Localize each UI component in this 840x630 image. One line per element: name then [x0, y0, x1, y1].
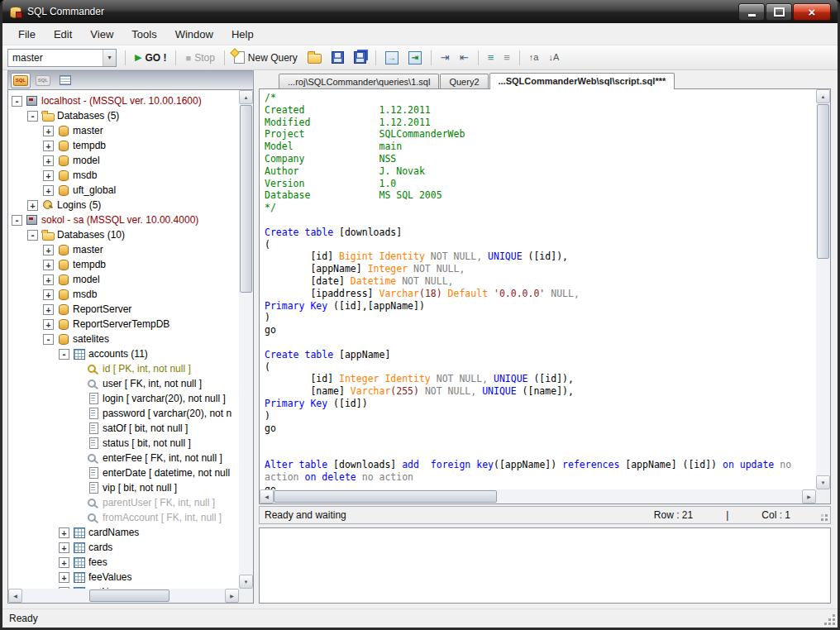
tree-item[interactable]: password [ varchar(20), not n [8, 406, 239, 421]
close-button[interactable]: × [793, 3, 831, 21]
tree-item[interactable]: -Databases (5) [8, 108, 239, 123]
collapse-icon[interactable]: - [27, 230, 38, 241]
menu-item-view[interactable]: View [81, 26, 122, 43]
expand-icon[interactable]: + [43, 185, 54, 196]
tree-item[interactable]: +tempdb [8, 138, 239, 153]
sql-secondary-tab[interactable]: SQL [33, 73, 53, 88]
lowercase-button[interactable]: ↓A [544, 50, 563, 64]
comment-button[interactable]: ≡ [484, 50, 499, 64]
editor-tab[interactable]: ...SQLCommanderWeb\sql\script.sql*** [489, 73, 675, 89]
tree-item[interactable]: +cards [8, 540, 239, 555]
database-combo[interactable]: master ▾ [7, 49, 117, 67]
tree-item[interactable]: id [ PK, int, not null ] [8, 361, 239, 376]
tree-item[interactable]: -satelites [8, 332, 239, 346]
tree-vscroll-thumb[interactable] [240, 105, 252, 293]
open-button[interactable] [303, 50, 326, 65]
tree-item[interactable]: +Logins (5) [8, 198, 239, 212]
code-area[interactable]: /*Created 1.12.2011Modified 1.12.2011Pro… [260, 89, 816, 489]
tree-item[interactable]: +ReportServerTempDB [8, 317, 239, 332]
expand-icon[interactable]: + [43, 304, 54, 315]
expand-icon[interactable]: + [59, 542, 69, 553]
window-resize-grip[interactable] [825, 615, 837, 627]
uncomment-button[interactable]: ≡ [499, 50, 514, 64]
tree-item[interactable]: +feeValues [8, 570, 239, 585]
scroll-left-icon[interactable]: ◀ [260, 489, 274, 504]
tree-item[interactable]: -localhost - (MSSQL ver. 10.00.1600) [8, 93, 239, 108]
editor-hscroll-track[interactable] [274, 489, 802, 504]
expand-icon[interactable]: + [43, 274, 54, 285]
minimize-button[interactable] [738, 3, 765, 21]
tree-item[interactable]: -Databases (10) [8, 227, 239, 242]
tree-item[interactable]: enterFee [ FK, int, not null ] [8, 451, 239, 465]
scroll-down-icon[interactable]: ▼ [239, 575, 253, 589]
save-all-button[interactable] [350, 50, 370, 65]
expand-icon[interactable]: + [43, 126, 54, 136]
tree-item[interactable]: user [ FK, int, not null ] [8, 376, 239, 391]
new-query-button[interactable]: New Query [230, 50, 302, 65]
sql-connections-tab[interactable]: SQL [11, 73, 31, 88]
scroll-right-icon[interactable]: ▶ [802, 489, 816, 504]
expand-icon[interactable]: + [59, 527, 69, 538]
editor-vscroll-thumb[interactable] [817, 104, 829, 259]
tree-item[interactable]: +model [8, 153, 239, 168]
maximize-button[interactable] [766, 3, 792, 21]
collapse-icon[interactable]: - [27, 111, 38, 122]
tree-item[interactable]: parentUser [ FK, int, null ] [8, 495, 239, 510]
tree-item[interactable]: fromAccount [ FK, int, null ] [8, 510, 239, 525]
tree-hscroll-thumb[interactable] [89, 589, 170, 602]
object-panel-tab[interactable] [55, 73, 75, 88]
status-resize-grip[interactable] [819, 512, 829, 523]
scroll-right-icon[interactable]: ▶ [225, 589, 239, 603]
expand-icon[interactable]: + [43, 170, 54, 181]
tree-hscroll-track[interactable] [22, 589, 225, 603]
editor-tab[interactable]: Query2 [440, 74, 488, 88]
expand-icon[interactable]: + [43, 245, 54, 255]
editor-hscroll-thumb[interactable] [274, 490, 497, 503]
menu-item-window[interactable]: Window [166, 26, 222, 43]
menu-item-edit[interactable]: Edit [45, 26, 81, 43]
menu-item-tools[interactable]: Tools [122, 26, 165, 43]
menu-item-help[interactable]: Help [222, 26, 263, 43]
tree-item[interactable]: enterDate [ datetime, not null [8, 465, 239, 480]
scroll-up-icon[interactable]: ▲ [239, 90, 253, 104]
expand-icon[interactable]: + [43, 141, 54, 151]
uppercase-button[interactable]: ↑a [525, 50, 543, 64]
scroll-up-icon[interactable]: ▲ [816, 89, 830, 103]
tree-item[interactable]: -sokol - sa (MSSQL ver. 10.00.4000) [8, 212, 239, 227]
tree-item[interactable]: +master [8, 123, 239, 138]
tree-item[interactable]: +cardNames [8, 525, 239, 540]
outdent-button[interactable]: ⇤ [456, 50, 473, 64]
expand-icon[interactable]: + [59, 572, 69, 583]
export-button[interactable]: → [381, 50, 403, 66]
editor-horizontal-scrollbar[interactable]: ◀ ▶ [260, 489, 816, 504]
tree-item[interactable]: -accounts (11) [8, 346, 239, 361]
tree-item[interactable]: +tempdb [8, 257, 239, 272]
scroll-left-icon[interactable]: ◀ [8, 589, 22, 603]
expand-icon[interactable]: + [43, 155, 54, 166]
stop-button[interactable]: ■ Stop [181, 50, 218, 65]
tree-item[interactable]: +model [8, 272, 239, 287]
collapse-icon[interactable]: - [12, 96, 22, 107]
expand-icon[interactable]: + [27, 200, 38, 211]
tree-item[interactable]: +ReportServer [8, 302, 239, 317]
save-button[interactable] [327, 50, 348, 65]
collapse-icon[interactable]: - [43, 334, 54, 345]
go-button[interactable]: ▶ GO ! [131, 50, 170, 65]
import-button[interactable]: ⇥ [404, 50, 426, 66]
indent-button[interactable]: ⇥ [437, 50, 454, 64]
tree-item[interactable]: login [ varchar(20), not null ] [8, 391, 239, 406]
tree-item[interactable]: satOf [ bit, not null ] [8, 421, 239, 436]
tree-item[interactable]: +master [8, 242, 239, 257]
tree-horizontal-scrollbar[interactable]: ◀ ▶ [8, 589, 239, 603]
tree[interactable]: -localhost - (MSSQL ver. 10.00.1600)-Dat… [8, 90, 239, 589]
tree-item[interactable]: status [ bit, not null ] [8, 436, 239, 451]
expand-icon[interactable]: + [43, 319, 54, 330]
scroll-down-icon[interactable]: ▼ [816, 475, 830, 489]
tree-item[interactable]: +fees [8, 555, 239, 570]
tree-item[interactable]: +msdb [8, 287, 239, 302]
collapse-icon[interactable]: - [59, 349, 69, 360]
tree-item[interactable]: +msdb [8, 168, 239, 183]
tree-item[interactable]: +uft_global [8, 183, 239, 198]
menu-item-file[interactable]: File [9, 26, 45, 43]
tree-item[interactable]: vip [ bit, not null ] [8, 480, 239, 495]
